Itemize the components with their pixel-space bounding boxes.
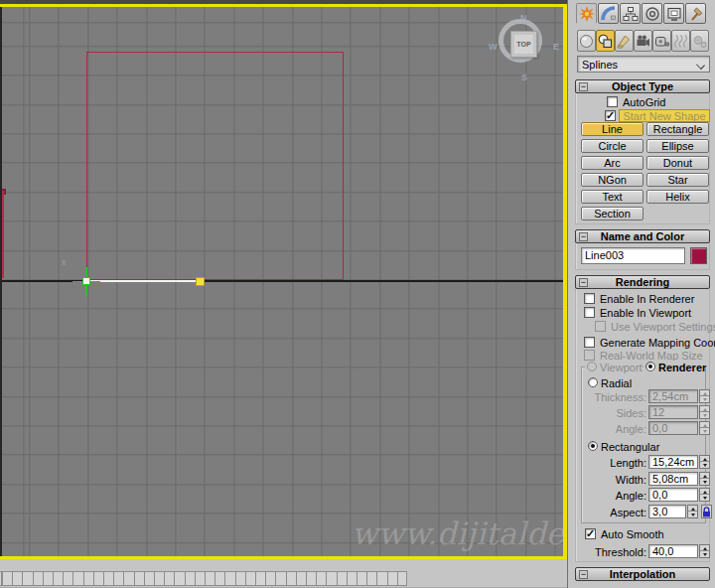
viewport-grid[interactable]: x TOP N S W E www.dijitalde [2,7,563,556]
aspect-label: Aspect: [569,507,646,518]
spinner-down-arrow[interactable] [700,462,709,468]
helpers-icon [654,34,669,49]
object-color-swatch[interactable] [690,247,707,264]
radial-radio-label: Radial [601,377,632,389]
timeline-area [0,559,567,588]
start-new-shape-button[interactable]: Start New Shape [619,109,710,122]
tab-motion[interactable] [642,3,662,24]
enable-in-viewport-label: Enable In Viewport [600,307,691,319]
spinner-down-arrow[interactable] [700,479,709,485]
auto-smooth-label: Auto Smooth [601,528,664,540]
ellipse-button[interactable]: Ellipse [646,139,709,153]
track-bar-ruler[interactable] [0,571,407,586]
viewport-frame: x TOP N S W E www.dijitalde [0,0,567,559]
viewcube-east-label: E [553,42,559,52]
threshold-label: Threshold: [569,546,646,558]
line-segment-in-progress [86,280,200,282]
autogrid-checkbox[interactable] [607,96,618,107]
category-cameras[interactable] [634,30,652,52]
length-field[interactable]: 15,24cm [648,455,698,469]
geometry-icon [579,34,594,49]
angle-rect-spinner[interactable] [699,488,710,502]
lock-icon [702,507,711,517]
section-button[interactable]: Section [581,207,644,220]
tab-utilities[interactable] [685,3,706,24]
text-button[interactable]: Text [581,190,644,204]
width-spinner[interactable] [699,472,710,486]
thickness-spinner [699,389,710,403]
start-new-shape-checkbox[interactable] [605,110,616,121]
spacewarps-icon [673,34,688,49]
modify-icon [601,6,617,22]
watermark-text: www.dijitalde [352,515,563,556]
auto-smooth-checkbox[interactable] [585,528,596,539]
category-shapes[interactable] [596,30,615,52]
collapse-icon[interactable] [579,82,588,91]
enable-in-renderer-checkbox[interactable] [584,293,595,304]
line-button[interactable]: Line [581,122,644,136]
category-systems[interactable] [690,30,709,52]
tab-display[interactable] [663,3,684,24]
viewcube-north-label: N [520,13,527,23]
renderer-radio[interactable] [645,362,655,371]
donut-button[interactable]: Donut [646,156,709,170]
viewcube-top-face[interactable]: TOP [510,31,537,58]
offscreen-spline-edge[interactable] [2,191,4,278]
rollout-object-type[interactable]: Object Type [575,79,710,93]
spinner-down-arrow[interactable] [688,512,697,517]
tab-hierarchy[interactable] [620,3,641,24]
viewcube[interactable]: TOP N S W E [497,17,554,74]
sides-field: 12 [648,405,698,419]
rectangular-radio[interactable] [588,441,598,451]
collapse-icon[interactable] [579,570,588,579]
viewcube-south-label: S [521,73,527,82]
angle-radial-label: Angle: [569,423,646,435]
spinner-down-arrow[interactable] [700,495,709,501]
line-vertex-handle[interactable] [196,277,205,286]
aspect-field[interactable]: 3,0 [648,505,686,518]
angle-radial-field: 0,0 [648,421,698,435]
rollout-title: Name and Color [601,230,684,242]
spinner-down-arrow [700,428,709,434]
circle-button[interactable]: Circle [581,139,644,153]
enable-in-viewport-checkbox[interactable] [584,307,595,318]
lights-icon [617,34,632,49]
helix-button[interactable]: Helix [646,190,709,204]
object-name-input[interactable]: Line003 [581,247,685,264]
category-lights[interactable] [615,30,634,52]
collapse-icon[interactable] [579,278,588,287]
rollout-name-color[interactable]: Name and Color [575,229,710,243]
generate-mapping-checkbox[interactable] [584,337,595,348]
snap-cursor-center [82,277,90,285]
rectangle-button[interactable]: Rectangle [646,122,709,136]
shape-category-dropdown[interactable]: Splines [577,56,710,73]
spinner-down-arrow[interactable] [700,551,709,557]
rollout-rendering[interactable]: Rendering [575,275,710,289]
thickness-label: Thickness: [569,391,646,403]
threshold-field[interactable]: 40,0 [648,544,698,558]
collapse-icon[interactable] [579,232,588,241]
length-spinner[interactable] [699,455,710,469]
rollout-interpolation[interactable]: Interpolation [575,567,710,581]
viewport-radio [587,362,597,371]
spline-rectangle[interactable] [86,52,344,280]
spinner-down-arrow [700,396,709,402]
category-geometry[interactable] [577,30,596,52]
motion-icon [644,6,660,22]
category-spacewarps[interactable] [671,30,690,52]
use-viewport-settings-label: Use Viewport Settings [611,321,715,333]
angle-rect-field[interactable]: 0,0 [648,488,698,502]
length-label: Length: [569,457,646,469]
cameras-icon [636,34,650,49]
category-helpers[interactable] [652,30,671,52]
tab-create[interactable] [576,3,597,24]
star-button[interactable]: Star [646,173,709,187]
radial-radio[interactable] [588,377,598,387]
threshold-spinner[interactable] [699,544,710,558]
tab-modify[interactable] [598,3,619,24]
width-field[interactable]: 5,08cm [648,472,698,486]
ngon-button[interactable]: NGon [581,173,644,187]
arc-button[interactable]: Arc [581,156,644,170]
aspect-spinner[interactable] [687,505,698,518]
aspect-lock-button[interactable] [701,505,712,518]
